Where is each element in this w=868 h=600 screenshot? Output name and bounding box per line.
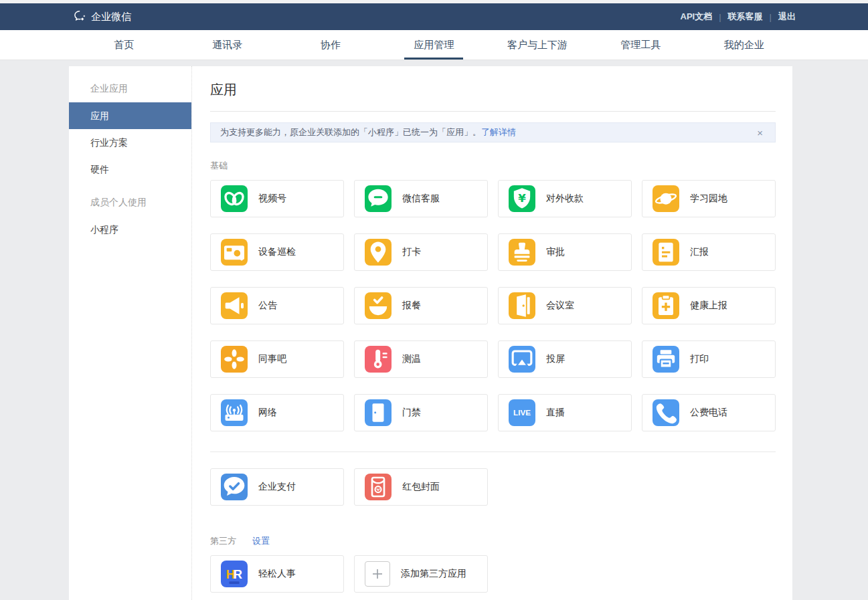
- app-label: 网络: [258, 407, 277, 419]
- tab-应用管理[interactable]: 应用管理: [382, 30, 485, 60]
- logo-text: 企业微信: [91, 11, 131, 23]
- app-label: 测温: [402, 353, 421, 365]
- app-card-打印[interactable]: 打印: [642, 340, 776, 378]
- notice-banner: 为支持更多能力，原企业关联添加的「小程序」已统一为「应用」。了解详情 ×: [210, 122, 776, 142]
- app-label: 公告: [258, 300, 277, 312]
- topbar-link-1[interactable]: API文档: [681, 11, 713, 23]
- add-plus-icon: [365, 561, 390, 587]
- app-label: 直播: [546, 407, 565, 419]
- app-label: 打印: [690, 353, 709, 365]
- app-card-同事吧[interactable]: 同事吧: [210, 340, 344, 378]
- svg-text:R: R: [234, 567, 242, 581]
- sidebar-item-应用[interactable]: 应用: [69, 102, 191, 129]
- topbar-link-2[interactable]: 联系客服: [728, 11, 763, 23]
- app-label: 汇报: [690, 246, 709, 258]
- app-grid: 企业支付红包封面: [210, 468, 776, 506]
- app-card-投屏[interactable]: 投屏: [498, 340, 632, 378]
- door-access-icon: [365, 399, 392, 426]
- channels-icon: [221, 185, 248, 212]
- app-label: 健康上报: [690, 300, 727, 312]
- svg-text:¥: ¥: [518, 192, 526, 205]
- tab-首页[interactable]: 首页: [72, 30, 175, 60]
- tab-通讯录[interactable]: 通讯录: [175, 30, 278, 60]
- location-pin-icon: [365, 239, 392, 266]
- stamp-icon: [509, 239, 535, 266]
- topbar-link-separator: |: [770, 12, 772, 22]
- topbar: 企业微信 API文档|联系客服|退出: [0, 3, 868, 30]
- app-card-网络[interactable]: 网络: [210, 394, 344, 431]
- topbar-links: API文档|联系客服|退出: [681, 11, 796, 23]
- app-card-健康上报[interactable]: 健康上报: [642, 287, 776, 324]
- report-doc-icon: [653, 239, 679, 266]
- screen-cast-icon: [509, 346, 535, 373]
- hr-icon: HR: [221, 561, 248, 587]
- main-panel: 企业应用应用行业方案硬件成员个人使用小程序 应用 为支持更多能力，原企业关联添加…: [69, 66, 792, 600]
- sidebar: 企业应用应用行业方案硬件成员个人使用小程序: [69, 66, 192, 600]
- app-grid: HR轻松人事添加第三方应用: [210, 555, 776, 593]
- app-card-报餐[interactable]: 报餐: [354, 287, 488, 324]
- app-card-审批[interactable]: 审批: [498, 233, 632, 271]
- router-icon: [221, 399, 248, 426]
- app-card-设备巡检[interactable]: 设备巡检: [210, 233, 344, 271]
- app-label: 打卡: [402, 246, 421, 258]
- app-card-门禁[interactable]: 门禁: [354, 394, 488, 431]
- notice-detail-link[interactable]: 了解详情: [481, 127, 516, 137]
- nav-tabs: 首页通讯录协作应用管理客户与上下游管理工具我的企业: [72, 30, 796, 60]
- sidebar-group-label: 企业应用: [69, 74, 191, 102]
- section-settings-link[interactable]: 设置: [252, 535, 270, 547]
- shield-yen-icon: ¥: [509, 185, 535, 212]
- pay-bubble-icon: [221, 474, 248, 500]
- sidebar-item-行业方案[interactable]: 行业方案: [69, 129, 191, 156]
- app-card-汇报[interactable]: 汇报: [642, 233, 776, 271]
- sidebar-item-小程序[interactable]: 小程序: [69, 216, 191, 243]
- app-label: 轻松人事: [258, 568, 296, 580]
- app-card-公费电话[interactable]: 公费电话: [642, 394, 776, 431]
- tab-协作[interactable]: 协作: [279, 30, 382, 60]
- printer-icon: [653, 346, 679, 373]
- section-label-text: 基础: [210, 160, 228, 172]
- app-label: 微信客服: [402, 193, 440, 205]
- megaphone-icon: [221, 292, 248, 319]
- app-card-红包封面[interactable]: 红包封面: [354, 468, 488, 506]
- section-label: 基础: [210, 160, 776, 172]
- app-card-会议室[interactable]: 会议室: [498, 287, 632, 324]
- app-card-打卡[interactable]: 打卡: [354, 233, 488, 271]
- planet-icon: [653, 185, 679, 212]
- app-label: 添加第三方应用: [401, 568, 466, 580]
- app-label: 设备巡检: [258, 246, 296, 258]
- sidebar-group-gap: [69, 183, 191, 188]
- sidebar-item-硬件[interactable]: 硬件: [69, 156, 191, 183]
- close-icon[interactable]: ×: [754, 126, 766, 139]
- app-card-测温[interactable]: 测温: [354, 340, 488, 378]
- app-label: 会议室: [546, 300, 574, 312]
- app-label: 学习园地: [690, 193, 727, 205]
- section-基础: 基础视频号微信客服¥对外收款学习园地设备巡检打卡审批汇报公告报餐会议室健康上报同…: [210, 160, 776, 506]
- app-grid: 视频号微信客服¥对外收款学习园地设备巡检打卡审批汇报公告报餐会议室健康上报同事吧…: [210, 180, 776, 431]
- app-card-添加第三方应用[interactable]: 添加第三方应用: [354, 555, 488, 593]
- tab-我的企业[interactable]: 我的企业: [693, 30, 796, 60]
- topbar-link-separator: |: [719, 12, 721, 22]
- clipboard-plus-icon: [653, 292, 679, 319]
- app-card-微信客服[interactable]: 微信客服: [354, 180, 488, 217]
- app-card-对外收款[interactable]: ¥对外收款: [498, 180, 632, 217]
- app-card-视频号[interactable]: 视频号: [210, 180, 344, 217]
- app-label: 视频号: [258, 193, 286, 205]
- app-label: 同事吧: [258, 353, 286, 365]
- door-open-icon: [509, 292, 535, 319]
- app-label: 企业支付: [258, 481, 296, 493]
- wecom-bubble-icon: [72, 9, 87, 25]
- tab-客户与上下游[interactable]: 客户与上下游: [486, 30, 589, 60]
- app-card-公告[interactable]: 公告: [210, 287, 344, 324]
- app-card-直播[interactable]: LIVE直播: [498, 394, 632, 431]
- app-label: 投屏: [546, 353, 565, 365]
- sidebar-group-label: 成员个人使用: [69, 188, 191, 216]
- pinwheel-icon: [221, 346, 248, 373]
- live-icon: LIVE: [509, 399, 535, 426]
- wecom-logo[interactable]: 企业微信: [72, 9, 131, 25]
- app-card-企业支付[interactable]: 企业支付: [210, 468, 344, 506]
- topbar-link-3[interactable]: 退出: [778, 11, 796, 23]
- app-card-学习园地[interactable]: 学习园地: [642, 180, 776, 217]
- app-card-轻松人事[interactable]: HR轻松人事: [210, 555, 344, 593]
- tab-管理工具[interactable]: 管理工具: [589, 30, 692, 60]
- main-nav: 首页通讯录协作应用管理客户与上下游管理工具我的企业: [0, 30, 868, 60]
